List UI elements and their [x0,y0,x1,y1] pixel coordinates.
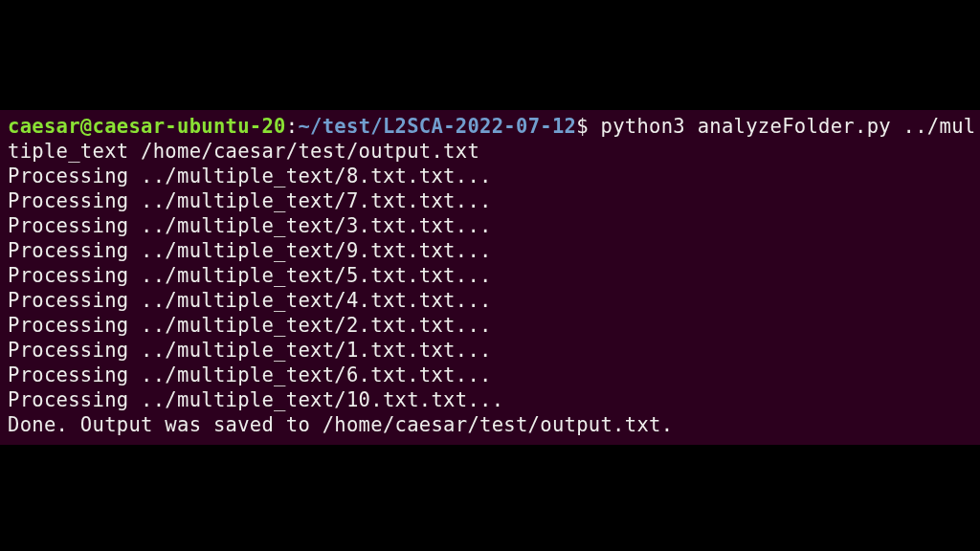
prompt-dollar: $ [576,115,600,138]
prompt-command-line-1: caesar@caesar-ubuntu-20:~/test/L2SCA-202… [8,114,972,139]
output-line: Done. Output was saved to /home/caesar/t… [8,412,972,437]
prompt-colon: : [286,115,299,138]
terminal-window[interactable]: caesar@caesar-ubuntu-20:~/test/L2SCA-202… [0,110,980,445]
output-line: Processing ../multiple_text/7.txt.txt... [8,188,972,213]
output-line: Processing ../multiple_text/9.txt.txt... [8,238,972,263]
output-line: Processing ../multiple_text/4.txt.txt... [8,288,972,313]
prompt-command-line-2: tiple_text /home/caesar/test/output.txt [8,139,972,164]
output-line: Processing ../multiple_text/8.txt.txt... [8,164,972,188]
output-line: Processing ../multiple_text/5.txt.txt... [8,263,972,288]
prompt-path: ~/test/L2SCA-2022-07-12 [298,115,576,138]
output-line: Processing ../multiple_text/2.txt.txt... [8,313,972,338]
output-line: Processing ../multiple_text/6.txt.txt... [8,363,972,387]
output-line: Processing ../multiple_text/3.txt.txt... [8,213,972,238]
command-text-part2: tiple_text /home/caesar/test/output.txt [8,140,479,163]
output-line: Processing ../multiple_text/1.txt.txt... [8,338,972,363]
output-line: Processing ../multiple_text/10.txt.txt..… [8,387,972,412]
command-text-part1: python3 analyzeFolder.py ../mul [601,115,976,138]
prompt-user-host: caesar@caesar-ubuntu-20 [8,115,286,138]
